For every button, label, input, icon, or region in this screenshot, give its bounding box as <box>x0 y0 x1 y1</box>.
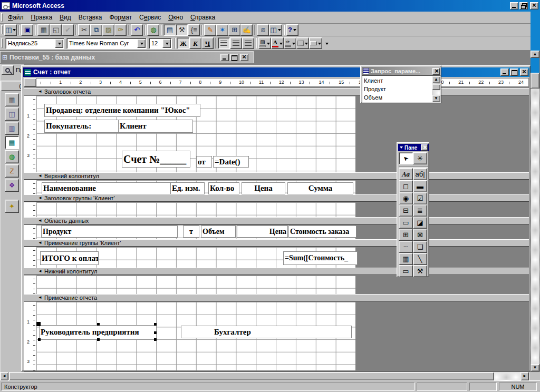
menu-view[interactable]: Вид <box>56 12 75 23</box>
db-close-button[interactable] <box>240 54 248 61</box>
label-director[interactable]: Руководитель предприятия <box>39 325 157 339</box>
label-col-qty[interactable]: Кол-во <box>208 182 239 194</box>
insert-hyperlink-button[interactable]: ◍ <box>147 24 159 36</box>
cut-button[interactable]: ✂ <box>78 24 90 36</box>
field-list-button[interactable]: ▤ <box>163 24 176 36</box>
menu-insert[interactable]: Вставка <box>75 12 106 23</box>
db-preview-button[interactable] <box>2 65 14 75</box>
scroll-right-button[interactable]: ► <box>520 372 529 380</box>
new-object-wizard-button[interactable]: ✶ <box>216 24 228 36</box>
textbox-date[interactable]: =Date() <box>213 156 249 168</box>
db-maximize-button[interactable] <box>230 54 238 61</box>
menu-format[interactable]: Формат <box>105 12 136 23</box>
toggle-button-tool[interactable]: ▬ <box>413 180 427 192</box>
code-button[interactable]: ⊞ <box>228 24 240 36</box>
combo-dropdown-icon[interactable] <box>137 39 146 48</box>
toolbox-titlebar[interactable]: Пане <box>398 144 429 151</box>
scroll-left-button[interactable]: ◄ <box>0 372 8 380</box>
view-button[interactable]: ◫ <box>4 24 17 36</box>
db-tab-macros[interactable]: Z <box>5 164 19 178</box>
align-right-button[interactable] <box>242 37 254 49</box>
section-report-footer[interactable]: ◄Примечание отчета <box>36 294 529 301</box>
db-tab-forms[interactable]: ▥ <box>5 122 19 135</box>
textbox-product[interactable]: Продукт <box>41 226 178 238</box>
db-tab-favorites[interactable]: ✦ <box>5 200 19 213</box>
special-effect-button[interactable] <box>309 37 322 49</box>
section-group-footer[interactable]: ◄Примечание группы 'Клиент' <box>36 239 529 247</box>
textbox-accountant[interactable]: Бухгалтер <box>181 326 352 338</box>
selection-handle[interactable] <box>154 323 157 326</box>
field-list-scrollbar[interactable]: ▲ ▼ <box>432 76 440 102</box>
textbox-volume[interactable]: Объем <box>201 226 236 238</box>
label-invoice-number[interactable]: Счет №_____ <box>122 151 190 168</box>
image-tool[interactable]: ◪ <box>413 217 427 229</box>
db-tab-reports[interactable]: ▤ <box>5 136 19 149</box>
undo-button[interactable]: ↶ <box>131 24 143 36</box>
db-tab-tables[interactable]: ▦ <box>5 93 19 106</box>
command-button-tool[interactable]: ▭ <box>399 217 413 229</box>
scroll-up-button[interactable]: ▲ <box>531 51 539 58</box>
field-list-item[interactable]: Продукт <box>364 85 430 93</box>
bold-button[interactable]: Ж <box>177 37 189 49</box>
scroll-down-button[interactable]: ▼ <box>432 95 440 102</box>
label-seller[interactable]: Продавец: отделение компании "Юкос" <box>44 104 200 117</box>
build-button[interactable]: ✎ <box>204 24 216 36</box>
menu-service[interactable]: Сервис <box>136 12 165 23</box>
label-unit-t[interactable]: т <box>183 226 199 238</box>
menu-edit[interactable]: Правка <box>27 12 56 23</box>
section-group-header[interactable]: ◄Заголовок группы 'Клиент' <box>36 194 529 202</box>
report-maximize-button[interactable] <box>510 68 518 76</box>
combo-dropdown-icon[interactable] <box>162 39 171 48</box>
more-controls-tool[interactable]: ⚒ <box>413 265 427 277</box>
field-list-item[interactable]: Клиент <box>364 76 430 85</box>
copy-button[interactable]: ⧉ <box>90 24 102 36</box>
selection-handle[interactable] <box>97 338 100 341</box>
scroll-thumb[interactable] <box>531 73 539 89</box>
print-button[interactable]: ▦ <box>37 24 50 36</box>
mdi-vertical-scrollbar[interactable]: ▲ ▼ <box>531 51 539 371</box>
report-close-button[interactable] <box>520 68 528 76</box>
subform-subreport-tool[interactable]: ▦ <box>399 253 413 265</box>
field-list-titlebar[interactable]: Запрос_параме... <box>362 67 441 75</box>
selection-handle[interactable] <box>38 338 41 341</box>
paste-button[interactable]: ▨ <box>102 24 114 36</box>
font-size-combo[interactable]: 12 <box>149 38 172 49</box>
selection-handle[interactable] <box>36 322 41 326</box>
report-window-titlebar[interactable]: Счет : отчет <box>23 67 529 77</box>
label-col-unit[interactable]: Ед. изм. <box>170 182 205 194</box>
toolbar-grip[interactable] <box>1 25 3 34</box>
toolbox-button[interactable]: ⚒ <box>176 24 188 36</box>
textbox-sum-formula[interactable]: =Sum([Стоимость_ <box>283 251 358 265</box>
section-page-header[interactable]: ◄Верхний колонтитул <box>36 172 529 180</box>
align-center-button[interactable] <box>230 37 242 49</box>
unbound-object-frame-tool[interactable]: ⊞ <box>399 229 413 241</box>
checkbox-tool[interactable]: ☑ <box>413 192 427 204</box>
fill-color-button[interactable]: ▨ <box>258 37 271 49</box>
field-list-item[interactable]: Объем <box>364 93 430 102</box>
toolbar-options-icon[interactable] <box>325 43 329 46</box>
close-button[interactable] <box>530 2 538 9</box>
section-page-footer[interactable]: ◄Нижний колонтитул <box>36 268 529 275</box>
option-button-tool[interactable]: ◉ <box>399 192 413 204</box>
option-group-tool[interactable]: ◻ <box>399 180 413 192</box>
underline-button[interactable]: Ч <box>201 37 214 49</box>
menu-file[interactable]: Файл <box>4 12 27 23</box>
select-tool[interactable]: ➤ <box>399 152 413 164</box>
combo-box-tool[interactable]: ⊟ <box>399 204 413 217</box>
scroll-thumb[interactable] <box>432 84 440 90</box>
label-total[interactable]: ИТОГО к оплате: <box>40 251 99 265</box>
minimize-button[interactable] <box>510 2 518 9</box>
db-tab-modules[interactable]: ❖ <box>5 179 19 192</box>
db-tab-pages[interactable]: ◍ <box>5 150 19 163</box>
scroll-down-button[interactable]: ▼ <box>531 364 539 371</box>
field-list-close-button[interactable] <box>432 68 440 75</box>
list-box-tool[interactable]: ≣ <box>413 204 427 217</box>
label-buyer[interactable]: Покупатель: <box>44 120 119 133</box>
menu-help[interactable]: Справка <box>187 12 219 23</box>
label-tool[interactable]: Aa <box>399 168 413 180</box>
selection-handle[interactable] <box>154 331 157 334</box>
restore-button[interactable] <box>519 2 528 9</box>
report-minimize-button[interactable] <box>500 68 509 76</box>
db-tab-queries[interactable]: ◫ <box>5 107 19 121</box>
mdi-horizontal-scrollbar[interactable]: ◄ ► <box>0 372 529 380</box>
